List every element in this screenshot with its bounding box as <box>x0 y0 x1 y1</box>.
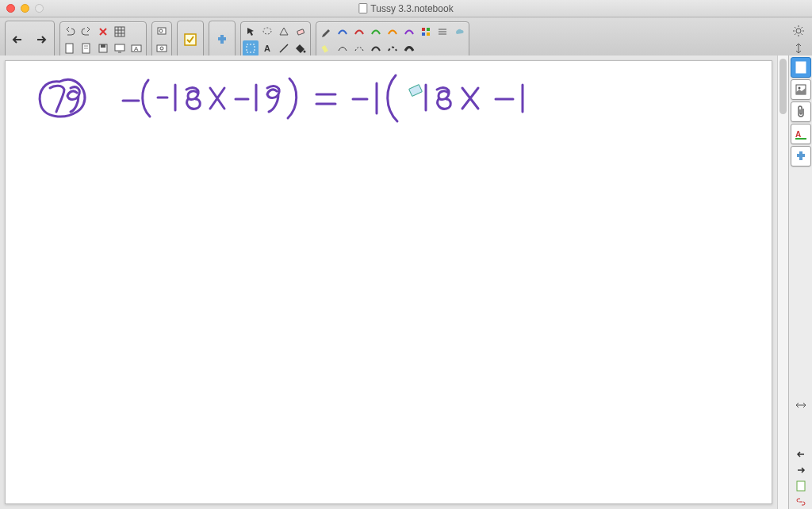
svg-rect-10 <box>157 45 167 52</box>
stroke-purple-button[interactable] <box>401 24 417 40</box>
vertical-scrollbar[interactable] <box>777 55 788 509</box>
stroke-green-button[interactable] <box>368 24 384 40</box>
close-window-icon[interactable] <box>6 4 15 13</box>
handwriting-layer <box>6 61 767 220</box>
lasso-button[interactable] <box>259 24 275 40</box>
addon-button[interactable] <box>211 23 233 56</box>
highlighter-button[interactable] <box>318 40 334 56</box>
right-tools <box>790 23 807 56</box>
svg-point-13 <box>263 28 271 34</box>
svg-text:A: A <box>264 44 270 53</box>
svg-text:A: A <box>134 45 139 52</box>
svg-rect-19 <box>427 28 430 31</box>
svg-rect-0 <box>115 27 124 36</box>
file-group: A <box>59 21 147 59</box>
gear-button[interactable] <box>790 23 807 39</box>
side-panel: A <box>788 55 812 509</box>
title-text: Tussy 3.3.notebook <box>370 3 453 14</box>
text-tool-button[interactable]: A <box>259 40 275 56</box>
svg-rect-29 <box>797 481 805 491</box>
fill-button[interactable] <box>293 40 308 56</box>
svg-rect-22 <box>322 45 328 52</box>
open-button[interactable] <box>79 40 94 56</box>
svg-point-23 <box>796 29 801 33</box>
expand-button[interactable] <box>792 398 810 412</box>
svg-rect-15 <box>247 44 255 52</box>
svg-rect-1 <box>66 44 73 53</box>
svg-rect-18 <box>422 28 425 31</box>
addons-tab[interactable] <box>791 146 811 166</box>
select-group: A <box>240 21 311 59</box>
eraser-button[interactable] <box>293 24 308 40</box>
text-box-button[interactable]: A <box>128 40 144 56</box>
line-tool-button[interactable] <box>276 40 292 56</box>
dash3-button[interactable] <box>368 40 384 56</box>
svg-point-27 <box>798 87 800 90</box>
dash1-button[interactable] <box>335 40 350 56</box>
attachments-tab[interactable] <box>791 101 811 122</box>
next-page-button[interactable] <box>792 463 810 477</box>
workspace: A <box>0 55 812 509</box>
shape-button[interactable] <box>276 24 292 40</box>
canvas[interactable] <box>5 60 772 504</box>
zoom-window-icon[interactable] <box>35 4 44 13</box>
zoom-button[interactable] <box>154 24 170 40</box>
prev-page-button[interactable] <box>792 447 810 461</box>
stroke-orange-button[interactable] <box>385 24 400 40</box>
cloud-button[interactable] <box>451 24 467 40</box>
palette-button[interactable] <box>418 24 434 40</box>
document-icon <box>358 3 367 13</box>
view-group <box>151 21 172 59</box>
scrollbar-thumb[interactable] <box>779 59 787 114</box>
new-page-button[interactable] <box>62 40 78 56</box>
svg-rect-20 <box>422 33 425 36</box>
link-button[interactable] <box>792 495 810 509</box>
window-title: Tussy 3.3.notebook <box>358 3 453 14</box>
minimize-window-icon[interactable] <box>21 4 29 13</box>
check-group <box>177 21 204 59</box>
undo-button[interactable] <box>62 24 78 40</box>
svg-rect-25 <box>796 62 806 73</box>
page-doc-button[interactable] <box>792 479 810 493</box>
stroke-blue-button[interactable] <box>335 24 350 40</box>
svg-rect-14 <box>297 29 304 34</box>
dash5-button[interactable] <box>401 40 417 56</box>
marquee-button[interactable] <box>243 40 259 56</box>
screen-button[interactable] <box>112 40 128 56</box>
titlebar: Tussy 3.3.notebook <box>0 0 812 17</box>
pen-button[interactable] <box>318 24 334 40</box>
nav-group <box>5 21 55 59</box>
forward-button[interactable] <box>30 23 52 56</box>
save-button[interactable] <box>95 40 111 56</box>
capture-button[interactable] <box>154 40 170 56</box>
addon-group <box>209 21 236 59</box>
svg-rect-21 <box>427 33 430 36</box>
svg-rect-24 <box>409 85 423 97</box>
pen-group <box>316 21 469 59</box>
text-style-tab[interactable]: A <box>791 124 811 144</box>
svg-rect-4 <box>101 44 105 48</box>
table-button[interactable] <box>112 24 128 40</box>
canvas-wrap <box>0 55 777 509</box>
back-button[interactable] <box>7 23 29 56</box>
svg-point-17 <box>304 50 306 52</box>
dash2-button[interactable] <box>351 40 367 56</box>
page-tab[interactable] <box>791 57 811 78</box>
delete-button[interactable] <box>95 24 111 40</box>
pointer-button[interactable] <box>243 24 259 40</box>
line-settings-button[interactable] <box>435 24 450 40</box>
resize-button[interactable] <box>790 40 807 56</box>
svg-rect-5 <box>115 44 124 51</box>
redo-button[interactable] <box>79 24 94 40</box>
gallery-tab[interactable] <box>791 79 811 100</box>
dash4-button[interactable] <box>385 40 400 56</box>
stroke-red-button[interactable] <box>351 24 367 40</box>
svg-text:A: A <box>795 130 801 139</box>
checkbox-button[interactable] <box>179 23 201 56</box>
window-controls <box>6 4 44 13</box>
